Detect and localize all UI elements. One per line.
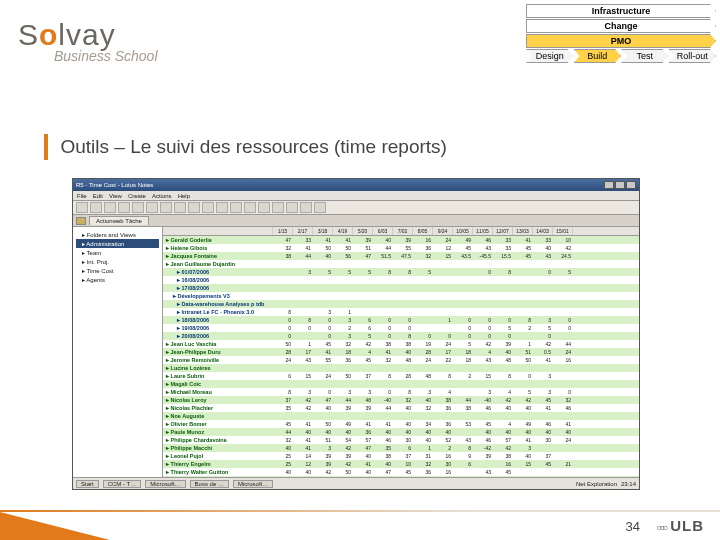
minimize-button[interactable] [604,181,614,189]
table-row[interactable]: ▸ Olivier Bomer4541504941414034365345449… [163,420,639,428]
menu-actions[interactable]: Actions [152,193,172,199]
table-row[interactable]: ▸ Thierry Walter Guitton4040425040474536… [163,468,639,476]
grid-header-date[interactable]: 5/20 [353,227,373,235]
grid-header-date[interactable]: 9/24 [433,227,453,235]
table-row[interactable]: ▸ Lucine Lozères [163,364,639,372]
table-row[interactable]: ▸ Jean Luc Vaschia5014532423838192454239… [163,340,639,348]
grid-header-date[interactable]: 13/03 [513,227,533,235]
menu-help[interactable]: Help [178,193,190,199]
table-row[interactable]: ▸ Data-warehouse Analyses p tdb [163,300,639,308]
table-row[interactable]: ▸ 19/08/20060002600005250 [163,324,639,332]
grid-header-date[interactable]: 4/19 [333,227,353,235]
taskbar-item[interactable]: Microsoft… [145,480,185,488]
grid-cell: 41 [293,245,313,251]
menu-create[interactable]: Create [128,193,146,199]
grid-header-date[interactable]: 11/05 [473,227,493,235]
tree-node[interactable]: ▸ Team [76,248,159,257]
toolbar-button[interactable] [188,202,200,213]
window-titlebar[interactable]: R5 - Time Cost - Lotus Notes [73,179,639,191]
maximize-button[interactable] [615,181,625,189]
toolbar-button[interactable] [300,202,312,213]
taskbar-item[interactable]: Microsoft… [233,480,273,488]
table-row[interactable]: ▸ Michaël Moreau83033083434530 [163,388,639,396]
table-row[interactable]: ▸ Magali Coïc [163,380,639,388]
toolbar-button[interactable] [258,202,270,213]
table-row[interactable]: ▸ Philippe Chardavoine324151545746304052… [163,436,639,444]
grid-cell: 41 [533,405,553,411]
table-row[interactable]: ▸ Développements V3 [163,292,639,300]
taskbar-item[interactable]: CCM - T… [103,480,142,488]
toolbar-button[interactable] [202,202,214,213]
table-row[interactable]: ▸ Paule Munoz444040403640404040404040404… [163,428,639,436]
grid-cell: 40 [393,421,413,427]
grid-cell: 24 [553,437,573,443]
tree-node[interactable]: ▸ Agents [76,275,159,284]
toolbar-button[interactable] [76,202,88,213]
toolbar-button[interactable] [286,202,298,213]
table-row[interactable]: ▸ Jacques Fontaine384440564751.547.53215… [163,252,639,260]
toolbar-button[interactable] [132,202,144,213]
grid-cell: 0 [553,325,573,331]
grid-header-date[interactable]: 2/17 [293,227,313,235]
table-row[interactable]: ▸ Nicolas Leroy3742474448-4032403844-404… [163,396,639,404]
grid-cell: 4 [473,349,493,355]
toolbar-button[interactable] [118,202,130,213]
table-row[interactable]: ▸ 20/08/2006003508000000 [163,332,639,340]
table-row[interactable]: ▸ Jean-Philippe Duru28174118441402817184… [163,348,639,356]
table-row[interactable]: ▸ 18/08/200608036001000830 [163,316,639,324]
workspace-tab[interactable]: Actionweb Tâche [89,216,149,225]
menu-view[interactable]: View [109,193,122,199]
toolbar-button[interactable] [90,202,102,213]
workspace-icon[interactable] [76,217,86,225]
grid-header-date[interactable]: 3/18 [313,227,333,235]
menu-file[interactable]: File [77,193,87,199]
grid-header-date[interactable]: 1/15 [273,227,293,235]
grid-cell: 0 [493,333,513,339]
grid-header: 1/152/173/184/195/206/037/028/059/2410/0… [163,227,639,236]
grid-header-date[interactable]: 12/07 [493,227,513,235]
table-row[interactable]: ▸ Thierry Engelm251239424140103230616154… [163,460,639,468]
close-button[interactable] [626,181,636,189]
table-row[interactable]: ▸ Noe Auguste [163,412,639,420]
grid-cell: 39 [333,453,353,459]
table-row[interactable]: ▸ 17/08/2006 [163,284,639,292]
table-row[interactable]: ▸ 01/07/200635558850805 [163,268,639,276]
tree-node[interactable]: ▸ Int. Proj. [76,257,159,266]
taskbar-item[interactable]: Boss de … [190,480,229,488]
grid-cell: 48 [493,357,513,363]
grid-header-date[interactable]: 10/05 [453,227,473,235]
table-row[interactable]: ▸ Gerald Goderlie47334141394039162449463… [163,236,639,244]
toolbar-button[interactable] [174,202,186,213]
toolbar-button[interactable] [314,202,326,213]
grid-cell: 3 [293,269,313,275]
table-row[interactable]: ▸ Helene Gibois3241505051445536124543334… [163,244,639,252]
table-row[interactable]: ▸ Nicolas Plachier3542403939444032363846… [163,404,639,412]
table-row[interactable]: ▸ Leonel Pujol25143939403837311693938403… [163,452,639,460]
table-row[interactable]: ▸ 16/08/2006 [163,276,639,284]
table-row[interactable]: ▸ Philippe Macchi404134247356128-42423 [163,444,639,452]
grid-cell: 44 [453,397,473,403]
toolbar-button[interactable] [104,202,116,213]
tree-node[interactable]: ▸ Time Cost [76,266,159,275]
table-row[interactable]: ▸ Vincent Dumonoy34304041393640242440403… [163,476,639,477]
toolbar-button[interactable] [244,202,256,213]
tree-node[interactable]: ▸ Folders and Views [76,230,159,239]
grid-header-date[interactable]: 14/03 [533,227,553,235]
grid-header-date[interactable]: 8/05 [413,227,433,235]
toolbar-button[interactable] [160,202,172,213]
table-row[interactable]: ▸ Laure Subrin615245037828488215803 [163,372,639,380]
grid-header-date[interactable]: 15/01 [553,227,573,235]
toolbar-button[interactable] [272,202,284,213]
grid-header-date[interactable]: 6/03 [373,227,393,235]
table-row[interactable]: ▸ Jerome Remoiville244355364532482422184… [163,356,639,364]
tree-node[interactable]: ▸ Administration [76,239,159,248]
toolbar-button[interactable] [230,202,242,213]
grid-cell: 32 [333,341,353,347]
table-row[interactable]: ▸ Intranet Le FC - Phoenix 3.0831 [163,308,639,316]
table-row[interactable]: ▸ Jean Guillaume Dujardin [163,260,639,268]
start-button[interactable]: Start [76,480,99,488]
toolbar-button[interactable] [216,202,228,213]
toolbar-button[interactable] [146,202,158,213]
menu-edit[interactable]: Edit [93,193,103,199]
grid-header-date[interactable]: 7/02 [393,227,413,235]
